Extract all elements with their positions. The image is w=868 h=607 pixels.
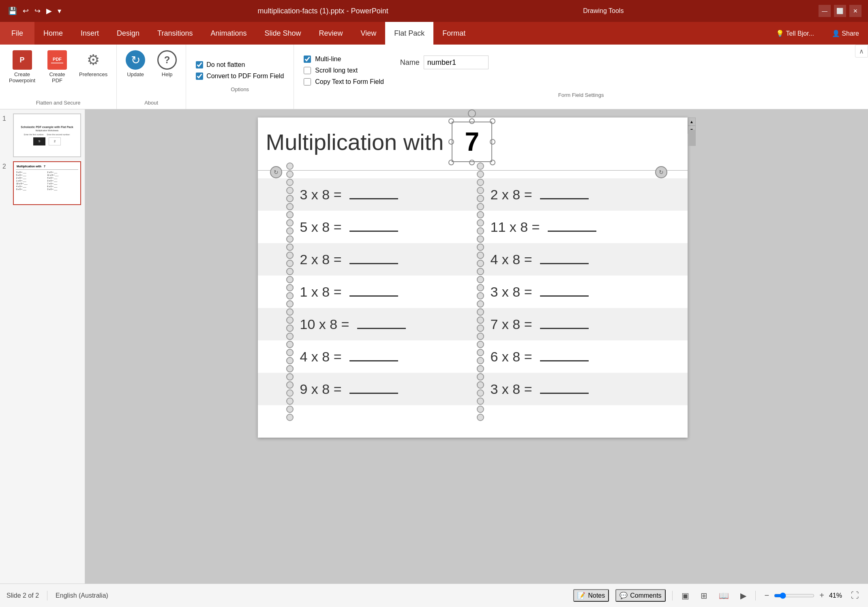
mult-text-r7: 3 x 8 =: [491, 381, 589, 397]
update-icon: ↻: [126, 50, 145, 70]
bead-col-r7: [473, 357, 488, 421]
powerpoint-icon: P: [13, 50, 32, 70]
save-button[interactable]: 💾: [6, 5, 19, 17]
update-button[interactable]: ↻ Update: [122, 48, 149, 80]
bead-col-l7: [282, 357, 298, 421]
customize-button[interactable]: ▾: [56, 5, 63, 17]
reading-view-button[interactable]: 📖: [716, 589, 731, 602]
ribbon-group-formfields: Multi-line Scroll long text Copy Text to…: [294, 45, 868, 109]
zoom-slider[interactable]: [774, 592, 814, 599]
menu-review[interactable]: Review: [310, 22, 352, 45]
name-input[interactable]: [424, 56, 489, 69]
present-button[interactable]: ▶: [45, 5, 54, 17]
fit-slide-button[interactable]: ⛶: [849, 589, 862, 602]
flatten-group-label: Flatten and Secure: [36, 98, 81, 106]
menu-tell[interactable]: 💡 Tell Bjor...: [767, 30, 823, 37]
restore-button[interactable]: ⬜: [834, 5, 846, 17]
copy-text-label: Copy Text to Form Field: [315, 78, 384, 85]
slide-sorter-button[interactable]: ⊞: [698, 589, 710, 602]
formfield-group-label: Form Field Settings: [304, 90, 858, 98]
zoom-in-button[interactable]: +: [817, 589, 827, 602]
convert-to-pdf-label: Convert to PDF Form Field: [206, 73, 284, 80]
drawing-tools-label: Drawing Tools: [583, 7, 624, 15]
menu-bar: File Home Insert Design Transitions Anim…: [0, 22, 868, 45]
multi-line-option[interactable]: Multi-line: [304, 56, 384, 63]
status-divider-2: [672, 591, 673, 601]
menu-insert[interactable]: Insert: [72, 22, 108, 45]
comments-button[interactable]: 💬 Comments: [615, 589, 665, 602]
slide-1-preview: Scholastic PDF example with Flat Pack Mu…: [15, 115, 79, 156]
redo-button[interactable]: ↪: [33, 5, 42, 17]
gear-icon: ⚙: [84, 50, 103, 70]
vertical-scrollbar[interactable]: ▲ ▼: [688, 118, 696, 134]
notes-button[interactable]: 📝 Notes: [573, 589, 609, 602]
number-value: 7: [465, 127, 480, 157]
close-button[interactable]: ✕: [849, 5, 862, 17]
convert-to-pdf-checkbox[interactable]: [196, 73, 203, 80]
menu-share[interactable]: 👤 Share: [823, 30, 868, 37]
menu-home[interactable]: Home: [34, 22, 72, 45]
notes-icon: 📝: [577, 592, 585, 599]
window-title: multiplication-facts (1).pptx - PowerPoi…: [258, 7, 388, 15]
menu-file[interactable]: File: [0, 22, 34, 45]
mult-row-7: 9 x 8 = 3 x 8 =: [258, 373, 688, 405]
menu-view[interactable]: View: [352, 22, 386, 45]
ribbon-flatten-content: P CreatePowerpoint PDF CreatePDF ⚙ Prefe…: [5, 48, 111, 98]
mult-grid: 3 x 8 = 2 x 8 =: [258, 178, 688, 438]
copy-text-option[interactable]: Copy Text to Form Field: [304, 78, 384, 85]
rotation-handle-top[interactable]: [468, 109, 476, 118]
comments-icon: 💬: [619, 592, 628, 599]
menu-animations[interactable]: Animations: [201, 22, 255, 45]
preferences-label: Preferences: [79, 71, 107, 77]
menu-format[interactable]: Format: [433, 22, 474, 45]
help-label: Help: [162, 71, 173, 77]
convert-to-pdf-option[interactable]: Convert to PDF Form Field: [196, 73, 284, 80]
name-field-label: Name: [400, 58, 420, 67]
ribbon-group-options: Do not flatten Convert to PDF Form Field…: [186, 45, 294, 109]
about-group-label: About: [144, 98, 158, 106]
do-not-flatten-checkbox[interactable]: [196, 61, 203, 68]
slide-1-thumb[interactable]: 1 Scholastic PDF example with Flat Pack …: [2, 113, 82, 157]
menu-flatpack[interactable]: Flat Pack: [385, 22, 433, 45]
slide-canvas: Multiplication with 7: [258, 118, 688, 438]
ribbon-collapse-button[interactable]: ∧: [855, 45, 868, 58]
menu-slideshow[interactable]: Slide Show: [256, 22, 310, 45]
slide-2-thumb[interactable]: 2 Multiplication with 7 3 x 8 = ___2 x 8…: [2, 161, 82, 205]
minimize-button[interactable]: —: [819, 5, 831, 17]
slide-2-number: 2: [2, 161, 10, 170]
ribbon: P CreatePowerpoint PDF CreatePDF ⚙ Prefe…: [0, 45, 868, 109]
multi-line-checkbox[interactable]: [304, 56, 311, 63]
scroll-thumb[interactable]: [688, 130, 696, 146]
ribbon-about-content: ↻ Update ? Help: [122, 48, 181, 98]
status-right: 📝 Notes 💬 Comments ▣ ⊞ 📖 ▶ − + 41% ⛶: [573, 589, 862, 602]
scroll-up-button[interactable]: ▲: [688, 118, 696, 126]
scroll-text-option[interactable]: Scroll long text: [304, 67, 384, 74]
menu-design[interactable]: Design: [108, 22, 148, 45]
help-button[interactable]: ? Help: [153, 48, 181, 80]
create-pdf-label: CreatePDF: [49, 71, 65, 83]
zoom-out-button[interactable]: −: [762, 589, 772, 602]
number-box-container[interactable]: 7: [452, 122, 492, 162]
scroll-text-label: Scroll long text: [315, 67, 358, 74]
normal-view-button[interactable]: ▣: [679, 589, 692, 602]
slide-title-area: Multiplication with 7: [266, 122, 679, 162]
notes-label: Notes: [588, 592, 605, 599]
menu-transitions[interactable]: Transitions: [148, 22, 201, 45]
options-group-label: Options: [196, 84, 284, 92]
zoom-level: 41%: [829, 592, 842, 599]
quick-access-toolbar: 💾 ↩ ↪ ▶ ▾: [6, 5, 63, 17]
copy-text-checkbox[interactable]: [304, 78, 311, 85]
slide-2-preview: Multiplication with 7 3 x 8 = ___2 x 8 =…: [15, 163, 79, 203]
preferences-button[interactable]: ⚙ Preferences: [75, 48, 111, 80]
pdf-icon: PDF: [47, 50, 67, 70]
slideshow-button[interactable]: ▶: [738, 589, 749, 602]
do-not-flatten-option[interactable]: Do not flatten: [196, 61, 284, 68]
create-pdf-button[interactable]: PDF CreatePDF: [43, 48, 71, 86]
update-label: Update: [127, 71, 144, 77]
create-powerpoint-button[interactable]: P CreatePowerpoint: [5, 48, 39, 86]
status-divider-3: [755, 591, 756, 601]
comments-label: Comments: [630, 592, 661, 599]
scroll-text-checkbox[interactable]: [304, 67, 311, 74]
multi-line-label: Multi-line: [315, 56, 341, 63]
undo-button[interactable]: ↩: [21, 5, 30, 17]
